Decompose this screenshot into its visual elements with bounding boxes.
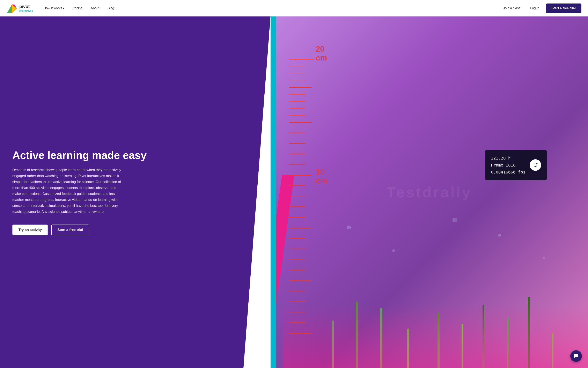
hero-right-panel: Testdrally <box>271 17 588 368</box>
teal-accent-bar <box>271 17 276 368</box>
data-line-3: 0.00416666 fps <box>491 169 526 175</box>
nav-log-in[interactable]: Log in <box>527 5 543 12</box>
logo-pivot-text: pivot <box>19 4 33 9</box>
replay-icon: ↺ <box>530 159 541 171</box>
logo-link[interactable]: pivot interactives <box>7 3 33 14</box>
hero-title: Active learning made easy <box>12 149 258 162</box>
nav-about[interactable]: About <box>87 5 103 12</box>
nav-right-actions: Join a class Log in Start a free trial <box>500 3 581 13</box>
hero-cta-buttons: Try an activity Start a free trial <box>12 225 258 235</box>
try-activity-button[interactable]: Try an activity <box>12 225 48 235</box>
data-overlay-box: 121.20 h Frame 1818 0.00416666 fps ↺ <box>485 150 547 180</box>
navigation: pivot interactives How it works ▾ Pricin… <box>0 0 588 17</box>
nav-join-class[interactable]: Join a class <box>500 5 524 12</box>
nav-start-trial-button[interactable]: Start a free trial <box>546 3 581 13</box>
hero-body-text: Decades of research shows people learn b… <box>12 167 123 215</box>
chevron-down-icon: ▾ <box>63 7 64 10</box>
nav-how-it-works[interactable]: How it works ▾ <box>40 5 68 12</box>
nav-pricing[interactable]: Pricing <box>69 5 86 12</box>
data-line-2: Frame 1818 <box>491 162 526 169</box>
hero-background <box>271 17 588 368</box>
hero-left-panel: Active learning made easy Decades of res… <box>0 17 271 368</box>
nav-links: How it works ▾ Pricing About Blog <box>40 5 500 12</box>
data-overlay-text: 121.20 h Frame 1818 0.00416666 fps <box>491 155 526 175</box>
hero-section: Active learning made easy Decades of res… <box>0 17 588 368</box>
nav-blog[interactable]: Blog <box>104 5 117 12</box>
chat-icon <box>573 353 579 359</box>
logo-interactives-text: interactives <box>19 9 33 12</box>
logo-icon <box>7 3 17 14</box>
chat-widget-button[interactable] <box>570 350 582 362</box>
start-free-trial-button[interactable]: Start a free trial <box>51 225 89 235</box>
data-line-1: 121.20 h <box>491 155 526 162</box>
